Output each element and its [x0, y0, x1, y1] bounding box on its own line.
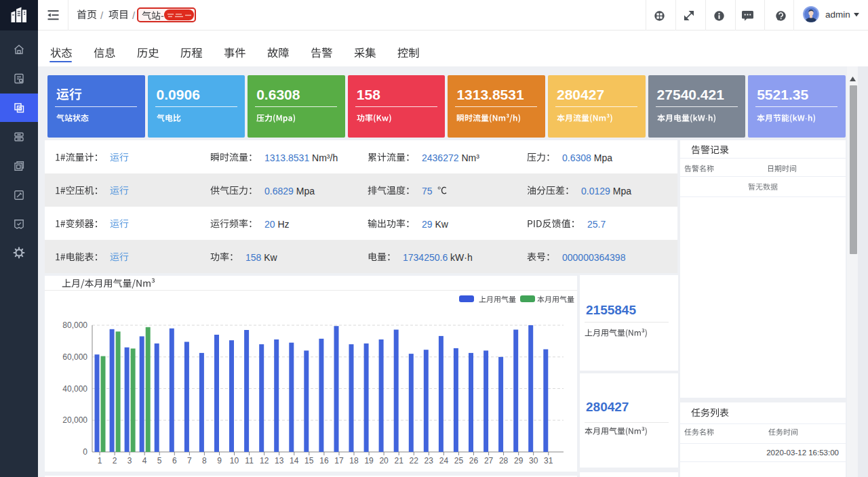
svg-text:15: 15 — [304, 456, 314, 465]
svg-text:80,000: 80,000 — [62, 320, 87, 330]
svg-text:20,000: 20,000 — [62, 415, 87, 425]
svg-text:13: 13 — [275, 456, 284, 465]
svg-text:17: 17 — [334, 456, 344, 465]
svg-text:28: 28 — [499, 456, 509, 465]
svg-text:19: 19 — [364, 456, 374, 465]
svg-text:1: 1 — [98, 456, 102, 465]
svg-text:6: 6 — [172, 456, 177, 465]
svg-text:11: 11 — [245, 456, 254, 465]
svg-text:12: 12 — [260, 456, 269, 465]
svg-text:40,000: 40,000 — [62, 384, 87, 394]
svg-text:3: 3 — [127, 456, 132, 465]
svg-text:5: 5 — [157, 456, 162, 465]
svg-text:23: 23 — [425, 456, 434, 465]
svg-text:0: 0 — [83, 447, 87, 457]
svg-text:4: 4 — [142, 456, 147, 465]
svg-text:22: 22 — [410, 456, 419, 465]
svg-text:30: 30 — [529, 456, 538, 465]
svg-text:10: 10 — [230, 456, 239, 465]
svg-text:20: 20 — [379, 456, 389, 465]
svg-text:8: 8 — [202, 456, 207, 465]
svg-text:26: 26 — [469, 456, 479, 465]
svg-text:29: 29 — [514, 456, 524, 465]
svg-text:16: 16 — [319, 456, 329, 465]
svg-text:25: 25 — [454, 456, 464, 465]
svg-text:7: 7 — [187, 456, 192, 465]
svg-text:31: 31 — [544, 456, 553, 465]
svg-text:18: 18 — [349, 456, 359, 465]
svg-text:24: 24 — [439, 456, 449, 465]
svg-text:2: 2 — [113, 456, 117, 465]
svg-text:27: 27 — [484, 456, 494, 465]
svg-text:9: 9 — [217, 456, 222, 465]
svg-text:21: 21 — [395, 456, 404, 465]
svg-text:60,000: 60,000 — [62, 352, 87, 362]
svg-text:14: 14 — [290, 456, 299, 465]
